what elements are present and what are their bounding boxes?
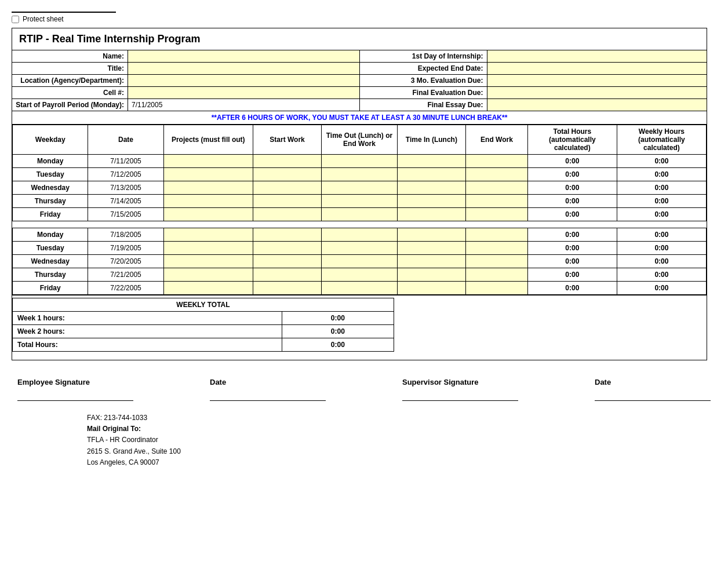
table-row: Tuesday7/19/20050:000:00 xyxy=(13,242,707,255)
cell-timeout[interactable] xyxy=(322,255,397,268)
cell-timein[interactable] xyxy=(397,268,466,282)
cell-projects[interactable] xyxy=(163,155,253,168)
cell-weekday: Friday xyxy=(13,282,88,295)
cell-projects[interactable] xyxy=(163,268,253,282)
cell-timeout[interactable] xyxy=(322,242,397,255)
cell-timeout[interactable] xyxy=(322,228,397,242)
cell-total-hours: 0:00 xyxy=(527,208,617,221)
cell-timein[interactable] xyxy=(397,168,466,181)
cell-projects[interactable] xyxy=(163,168,253,181)
cell-weekly-hours: 0:00 xyxy=(617,242,706,255)
cell-timein[interactable] xyxy=(397,195,466,208)
cell-weekday: Wednesday xyxy=(13,181,88,195)
header-projects: Projects (must fill out) xyxy=(163,125,253,155)
cell-start-work[interactable] xyxy=(253,242,322,255)
title-value[interactable] xyxy=(128,63,359,74)
cell-end-work[interactable] xyxy=(466,181,528,195)
cell-projects[interactable] xyxy=(163,255,253,268)
cell-timein[interactable] xyxy=(397,282,466,295)
cell-timein[interactable] xyxy=(397,208,466,221)
cell-start-work[interactable] xyxy=(253,268,322,282)
cell-timeout[interactable] xyxy=(322,155,397,168)
cell-timeout[interactable] xyxy=(322,208,397,221)
cell-weekly-hours: 0:00 xyxy=(617,155,706,168)
cell-weekday: Thursday xyxy=(13,268,88,282)
cell-timein[interactable] xyxy=(397,242,466,255)
cell-start-work[interactable] xyxy=(253,168,322,181)
payroll-value: 7/11/2005 xyxy=(128,99,359,111)
first-day-value[interactable] xyxy=(487,50,707,62)
header-weekly-hours: Weekly Hours (automatically calculated) xyxy=(617,125,706,155)
cell-projects[interactable] xyxy=(163,195,253,208)
three-mo-value[interactable] xyxy=(487,75,707,86)
form-title: RTIP - Real Time Internship Program xyxy=(12,28,707,50)
weekly-total-header: WEEKLY TOTAL xyxy=(13,298,394,312)
cell-date: 7/14/2005 xyxy=(88,195,163,208)
cell-projects[interactable] xyxy=(163,282,253,295)
date1-line xyxy=(210,400,326,401)
cell-end-work[interactable] xyxy=(466,208,528,221)
week2-hours-value: 0:00 xyxy=(282,325,394,338)
cell-end-work[interactable] xyxy=(466,242,528,255)
location-value[interactable] xyxy=(128,75,359,86)
cell-total-hours: 0:00 xyxy=(527,242,617,255)
protect-sheet-checkbox[interactable] xyxy=(12,16,19,23)
cell-end-work[interactable] xyxy=(466,195,528,208)
cell-timeout[interactable] xyxy=(322,195,397,208)
table-row: Friday7/22/20050:000:00 xyxy=(13,282,707,295)
expected-end-value[interactable] xyxy=(487,63,707,74)
cell-end-work[interactable] xyxy=(466,255,528,268)
final-essay-value[interactable] xyxy=(487,99,707,111)
cell-end-work[interactable] xyxy=(466,282,528,295)
signature-section: Employee Signature Date Supervisor Signa… xyxy=(12,378,716,401)
cell-total-hours: 0:00 xyxy=(527,195,617,208)
cell-date: 7/21/2005 xyxy=(88,268,163,282)
cell-end-work[interactable] xyxy=(466,155,528,168)
cell-start-work[interactable] xyxy=(253,282,322,295)
cell-timeout[interactable] xyxy=(322,282,397,295)
cell-timeout[interactable] xyxy=(322,168,397,181)
cell-projects[interactable] xyxy=(163,208,253,221)
fax-line1: FAX: 213-744-1033 xyxy=(87,413,716,424)
cell-start-work[interactable] xyxy=(253,195,322,208)
header-timeout: Time Out (Lunch) or End Work xyxy=(322,125,397,155)
cell-timeout[interactable] xyxy=(322,268,397,282)
timesheet-table: Weekday Date Projects (must fill out) St… xyxy=(12,125,707,295)
cell-weekday: Monday xyxy=(13,155,88,168)
supervisor-sig-block: Supervisor Signature xyxy=(402,378,518,401)
header-total-hours: Total Hours (automatically calculated) xyxy=(527,125,617,155)
total-hours-label: Total Hours: xyxy=(13,338,282,352)
cell-start-work[interactable] xyxy=(253,181,322,195)
name-label: Name: xyxy=(12,50,128,62)
cell-start-work[interactable] xyxy=(253,255,322,268)
cell-timein[interactable] xyxy=(397,228,466,242)
cell-timein[interactable] xyxy=(397,255,466,268)
week1-hours-value: 0:00 xyxy=(282,312,394,325)
header-date: Date xyxy=(88,125,163,155)
protect-sheet-label: Protect sheet xyxy=(23,15,64,23)
week2-hours-label: Week 2 hours: xyxy=(13,325,282,338)
cell-timein[interactable] xyxy=(397,181,466,195)
header-end-work: End Work xyxy=(466,125,528,155)
cell-value[interactable] xyxy=(128,87,359,98)
three-mo-label: 3 Mo. Evaluation Due: xyxy=(360,75,487,86)
weekly-total-table: WEEKLY TOTAL Week 1 hours: 0:00 Week 2 h… xyxy=(12,298,394,352)
location-label: Location (Agency/Department): xyxy=(12,75,128,86)
cell-projects[interactable] xyxy=(163,181,253,195)
cell-start-work[interactable] xyxy=(253,228,322,242)
name-value[interactable] xyxy=(128,50,359,62)
cell-timein[interactable] xyxy=(397,155,466,168)
final-eval-value[interactable] xyxy=(487,87,707,98)
cell-end-work[interactable] xyxy=(466,268,528,282)
cell-start-work[interactable] xyxy=(253,208,322,221)
supervisor-sig-line xyxy=(402,400,518,401)
date2-block: Date xyxy=(595,378,711,401)
cell-end-work[interactable] xyxy=(466,228,528,242)
cell-projects[interactable] xyxy=(163,242,253,255)
cell-weekday: Tuesday xyxy=(13,168,88,181)
cell-timeout[interactable] xyxy=(322,181,397,195)
cell-start-work[interactable] xyxy=(253,155,322,168)
cell-projects[interactable] xyxy=(163,228,253,242)
cell-date: 7/22/2005 xyxy=(88,282,163,295)
cell-end-work[interactable] xyxy=(466,168,528,181)
